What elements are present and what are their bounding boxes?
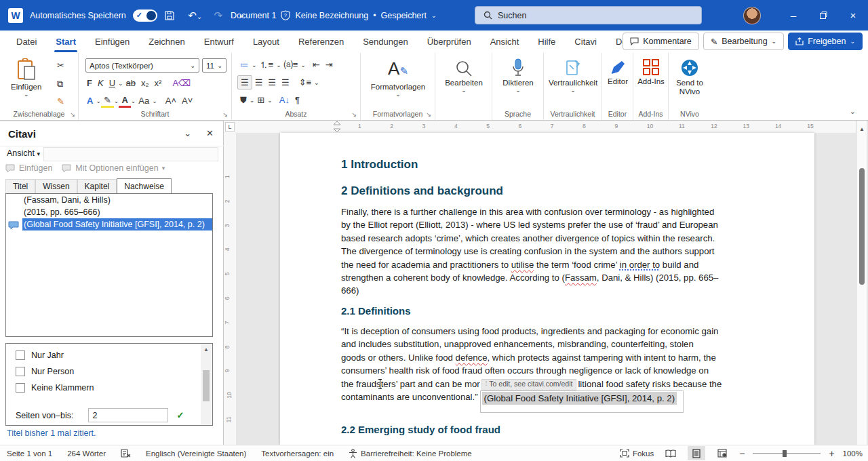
- word-count[interactable]: 264 Wörter: [67, 449, 106, 458]
- insert-with-options-button[interactable]: Mit Optionen einfügen ▾: [62, 163, 165, 173]
- tab-citavi[interactable]: Citavi: [565, 31, 606, 53]
- focus-mode-button[interactable]: Fokus: [620, 449, 654, 458]
- view-dropdown[interactable]: Ansicht ▾: [7, 148, 40, 158]
- pages-input[interactable]: 2: [88, 408, 168, 422]
- close-icon[interactable]: ✕: [206, 128, 214, 138]
- options-scrollbar[interactable]: ▲: [201, 344, 212, 425]
- undo-icon[interactable]: ↶⌄: [187, 9, 203, 22]
- dialog-launcher-icon[interactable]: ↘: [426, 111, 431, 118]
- web-layout-button[interactable]: i: [713, 446, 731, 460]
- tab-sendungen[interactable]: Sendungen: [353, 31, 418, 53]
- dictate-button[interactable]: Diktieren ⌄: [492, 58, 544, 94]
- proofing-icon[interactable]: [121, 449, 131, 458]
- citation-field[interactable]: (Global Food Safety Initiative [GFSI], 2…: [480, 390, 684, 413]
- restore-button[interactable]: [808, 0, 838, 31]
- insert-citation-button[interactable]: Einfügen: [5, 163, 52, 173]
- bullets-button[interactable]: ≔: [237, 58, 252, 72]
- copy-icon[interactable]: ⧉: [54, 77, 66, 91]
- numbering-button[interactable]: ⒈≡: [257, 58, 277, 72]
- font-color-button[interactable]: A: [119, 94, 130, 108]
- underline-button[interactable]: U: [106, 76, 118, 90]
- shading-button[interactable]: ⛊: [237, 93, 250, 107]
- tab-ansicht[interactable]: Ansicht: [481, 31, 529, 53]
- print-layout-button[interactable]: [688, 446, 705, 460]
- multilevel-list-button[interactable]: ⒜≡: [281, 58, 301, 72]
- citavi-tab-nachweise[interactable]: Nachweise: [117, 178, 172, 195]
- save-icon[interactable]: [164, 10, 180, 21]
- format-painter-icon[interactable]: ✎: [54, 94, 67, 108]
- language-status[interactable]: Englisch (Vereinigte Staaten): [146, 449, 246, 458]
- borders-button[interactable]: ⊞: [254, 93, 267, 107]
- superscript-button[interactable]: x²: [152, 76, 165, 90]
- scrollbar-thumb[interactable]: [859, 168, 865, 285]
- horizontal-ruler[interactable]: L 123456789101112131415: [224, 121, 856, 133]
- styles-button[interactable]: A✎ Formatvorlagen ⌄: [361, 58, 435, 98]
- editor-button[interactable]: Editor: [602, 58, 633, 85]
- zoom-slider[interactable]: [753, 453, 821, 454]
- align-right-button[interactable]: ☰: [265, 75, 279, 89]
- list-item[interactable]: (Fassam, Dani, & Hills): [6, 194, 212, 206]
- tab-hilfe[interactable]: Hilfe: [528, 31, 565, 53]
- document-page[interactable]: 1 Introduction2 Definitions and backgrou…: [280, 133, 814, 445]
- grow-font-button[interactable]: A˄: [163, 94, 179, 108]
- italic-button[interactable]: K: [95, 76, 106, 90]
- read-mode-button[interactable]: [662, 446, 679, 460]
- bold-button[interactable]: F: [84, 76, 95, 90]
- share-button[interactable]: Freigeben ⌄: [788, 33, 863, 50]
- search-input[interactable]: Suchen: [475, 6, 702, 24]
- checkbox-keine-klammern[interactable]: Keine Klammern: [16, 383, 212, 393]
- subscript-button[interactable]: x₂: [138, 76, 152, 90]
- vertical-ruler[interactable]: 1234567891011: [224, 133, 236, 445]
- change-case-button[interactable]: Aa: [136, 94, 152, 108]
- line-spacing-button[interactable]: ⇕≡: [296, 75, 314, 89]
- citation-list[interactable]: (Fassam, Dani, & Hills)(2015, pp. 665–66…: [5, 193, 213, 337]
- editing-button[interactable]: Bearbeiten ⌄: [435, 60, 492, 94]
- close-button[interactable]: ×: [838, 0, 868, 31]
- sort-button[interactable]: A↓: [277, 93, 292, 107]
- save-status[interactable]: Gespeichert: [381, 11, 427, 20]
- user-avatar[interactable]: [743, 7, 761, 24]
- tab-zeichnen[interactable]: Zeichnen: [139, 31, 194, 53]
- scroll-up-icon[interactable]: ▲: [857, 121, 867, 132]
- paragraph-marks-button[interactable]: ¶: [292, 93, 302, 107]
- sensitivity-label[interactable]: Keine Bezeichnung: [295, 11, 368, 20]
- document-scrollbar[interactable]: ▲: [857, 121, 867, 445]
- increase-indent-button[interactable]: ⇥: [323, 58, 336, 72]
- checkbox-nur-person[interactable]: Nur Person: [16, 367, 212, 376]
- collapse-ribbon-icon[interactable]: ⌄: [850, 107, 856, 116]
- tab-stop-selector[interactable]: L: [225, 122, 235, 132]
- comments-button[interactable]: Kommentare: [623, 33, 699, 50]
- tab-referenzen[interactable]: Referenzen: [289, 31, 353, 53]
- clear-formatting-button[interactable]: A⌫: [170, 76, 193, 90]
- chevron-down-icon[interactable]: ⌄: [184, 128, 191, 138]
- zoom-level[interactable]: 100%: [843, 449, 863, 458]
- sensitivity-button[interactable]: Vertraulichkeit ⌄: [544, 58, 602, 94]
- decrease-indent-button[interactable]: ⇤: [310, 58, 323, 72]
- zoom-in-button[interactable]: +: [829, 448, 834, 459]
- zoom-out-button[interactable]: −: [739, 448, 745, 459]
- text-predictions-status[interactable]: Textvorhersagen: ein: [261, 449, 334, 458]
- font-name-select[interactable]: Aptos (Textkörper)⌄: [85, 58, 199, 73]
- tab-layout[interactable]: Layout: [243, 31, 289, 53]
- chevron-down-icon[interactable]: ⌄: [118, 80, 123, 87]
- zoom-slider-thumb[interactable]: [783, 450, 787, 457]
- document-title[interactable]: Document 1: [231, 11, 276, 20]
- addins-button[interactable]: Add-Ins: [633, 58, 669, 85]
- list-item[interactable]: (2015, pp. 665–666): [6, 206, 212, 218]
- tab-datei[interactable]: Datei: [7, 31, 46, 53]
- font-size-select[interactable]: 11⌄: [202, 58, 226, 73]
- apply-check-icon[interactable]: ✓: [176, 410, 184, 420]
- shrink-font-button[interactable]: A˅: [179, 94, 195, 108]
- page-count[interactable]: Seite 1 von 1: [7, 449, 52, 458]
- text-effects-button[interactable]: A: [84, 94, 96, 108]
- tab-start[interactable]: Start: [46, 31, 85, 53]
- tab-entwurf[interactable]: Entwurf: [195, 31, 243, 53]
- accessibility-status[interactable]: Barrierefreiheit: Keine Probleme: [349, 449, 472, 458]
- align-center-button[interactable]: ☰: [252, 75, 266, 89]
- autosave-toggle[interactable]: ✓: [133, 9, 157, 22]
- cut-icon[interactable]: ✂: [54, 58, 67, 73]
- justify-button[interactable]: ☰: [279, 75, 292, 89]
- chevron-down-icon[interactable]: ⌄: [431, 12, 437, 19]
- word-app-icon[interactable]: W: [8, 8, 23, 23]
- minimize-button[interactable]: –: [778, 0, 808, 31]
